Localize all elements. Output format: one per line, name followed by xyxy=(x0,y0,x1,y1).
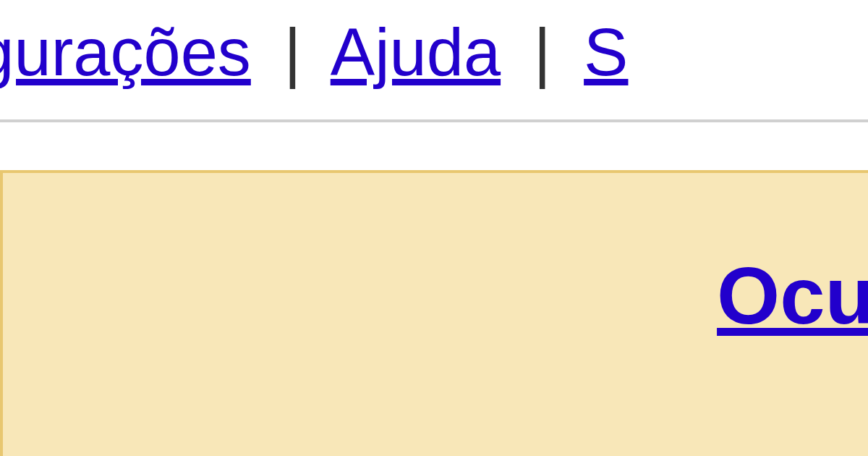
nav-link-configuracoes[interactable]: onfigurações xyxy=(0,15,251,89)
top-navigation-bar: onfigurações | Ajuda | S xyxy=(0,0,868,122)
notification-panel: Ocul xyxy=(0,170,868,456)
nav-separator: | xyxy=(519,15,566,89)
panel-link-ocultar[interactable]: Ocul xyxy=(717,249,868,342)
nav-link-sair[interactable]: S xyxy=(584,15,628,89)
nav-link-ajuda[interactable]: Ajuda xyxy=(331,15,501,89)
nav-separator: | xyxy=(269,15,315,89)
